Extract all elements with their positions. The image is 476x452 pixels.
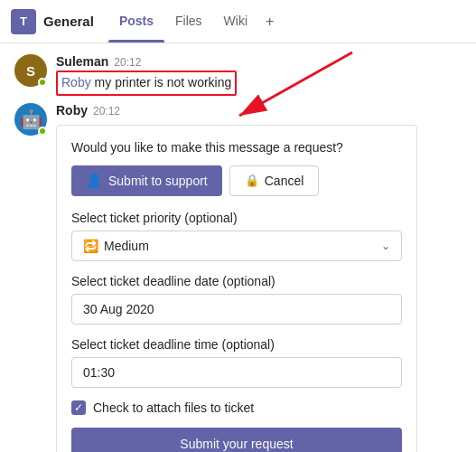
- sender-name-roby: Roby: [56, 103, 88, 118]
- message-text-suleman: Roby my printer is not working: [56, 71, 462, 96]
- message-row-roby: 🤖 Roby 20:12 Would you like to make this…: [14, 103, 462, 452]
- mention-roby: Roby: [61, 75, 91, 89]
- content-area: S Suleman 20:12 Roby my printer is not w…: [0, 43, 476, 452]
- add-tab-button[interactable]: +: [258, 1, 281, 42]
- status-dot-roby: [38, 127, 47, 136]
- priority-select-left: 🔁 Medium: [83, 239, 149, 253]
- deadline-date-section: Select ticket deadline date (optional) 3…: [71, 274, 402, 325]
- tab-files[interactable]: Files: [164, 1, 213, 42]
- chevron-down-icon: ⌄: [381, 240, 390, 252]
- message-header-roby: Roby 20:12: [56, 103, 462, 118]
- deadline-time-input[interactable]: 01:30: [71, 357, 402, 388]
- deadline-date-input[interactable]: 30 Aug 2020: [71, 294, 402, 325]
- top-bar: T General Posts Files Wiki +: [0, 0, 476, 43]
- avatar-suleman: S: [14, 54, 47, 87]
- message-content-roby: Roby 20:12 Would you like to make this m…: [56, 103, 462, 452]
- card-buttons: 👤 Submit to support 🔒 Cancel: [71, 165, 402, 196]
- attach-files-row: ✓ Check to attach files to ticket: [71, 400, 402, 415]
- channel-name: General: [43, 14, 94, 29]
- priority-section: Select ticket priority (optional) 🔁 Medi…: [71, 211, 402, 261]
- submit-to-support-button[interactable]: 👤 Submit to support: [71, 165, 222, 196]
- priority-select[interactable]: 🔁 Medium ⌄: [71, 231, 402, 261]
- nav-tabs: Posts Files Wiki +: [108, 1, 281, 42]
- tab-wiki[interactable]: Wiki: [213, 1, 258, 42]
- priority-icon: 🔁: [83, 239, 98, 253]
- deadline-time-label: Select ticket deadline time (optional): [71, 337, 402, 352]
- submit-label: Submit to support: [108, 174, 208, 188]
- checkmark-icon: ✓: [74, 402, 83, 413]
- card-question: Would you like to make this message a re…: [71, 140, 402, 155]
- attach-files-checkbox[interactable]: ✓: [71, 400, 86, 415]
- priority-value: Medium: [104, 239, 149, 253]
- request-card: Would you like to make this message a re…: [56, 125, 417, 452]
- message-header-suleman: Suleman 20:12: [56, 54, 462, 69]
- submit-icon: 👤: [86, 173, 103, 189]
- priority-label: Select ticket priority (optional): [71, 211, 402, 225]
- cancel-icon: 🔒: [245, 174, 259, 187]
- timestamp-roby: 20:12: [93, 105, 120, 118]
- tab-posts[interactable]: Posts: [108, 1, 164, 42]
- attach-files-label: Check to attach files to ticket: [93, 400, 254, 415]
- cancel-label: Cancel: [265, 174, 304, 188]
- message-row-suleman: S Suleman 20:12 Roby my printer is not w…: [14, 54, 462, 96]
- submit-request-button[interactable]: Submit your request: [71, 428, 402, 452]
- timestamp-suleman: 20:12: [114, 56, 141, 69]
- cancel-button[interactable]: 🔒 Cancel: [229, 165, 320, 196]
- deadline-time-section: Select ticket deadline time (optional) 0…: [71, 337, 402, 388]
- message-highlight-box: Roby my printer is not working: [56, 71, 237, 96]
- status-dot-suleman: [38, 78, 47, 87]
- sender-name-suleman: Suleman: [56, 54, 108, 69]
- deadline-date-label: Select ticket deadline date (optional): [71, 274, 402, 288]
- message-content-suleman: Suleman 20:12 Roby my printer is not wor…: [56, 54, 462, 96]
- team-avatar: T: [11, 9, 36, 34]
- avatar-roby: 🤖: [14, 103, 47, 136]
